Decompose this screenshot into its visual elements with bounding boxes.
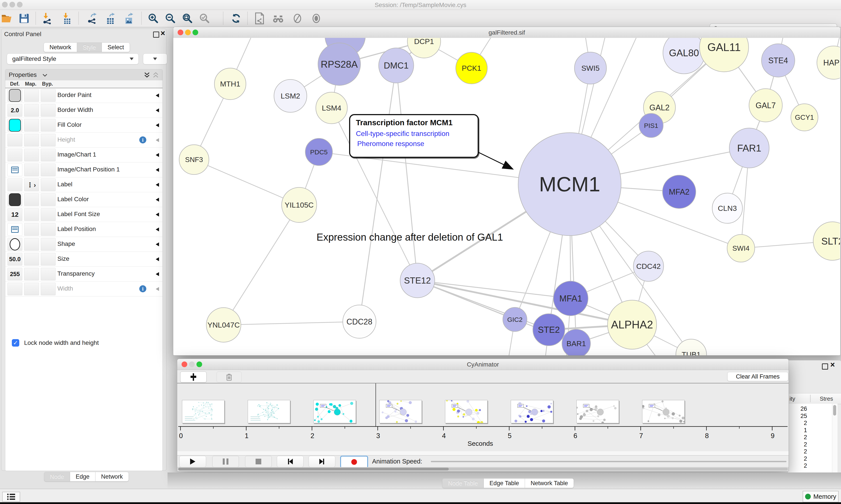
bypass-cell[interactable]: [41, 208, 56, 221]
expand-row-arrow-icon[interactable]: [156, 213, 159, 217]
expand-row-arrow-icon[interactable]: [156, 242, 159, 246]
show-details-eye-icon[interactable]: [310, 12, 322, 24]
tab-style[interactable]: Style: [77, 42, 102, 52]
annotation-link[interactable]: Pheromone response: [357, 140, 424, 148]
save-session-button[interactable]: [18, 12, 30, 24]
tab-network[interactable]: Network: [43, 42, 77, 52]
annotation-link[interactable]: Cell-type-specific transcription: [356, 130, 449, 138]
property-row-image-chart-1[interactable]: Image/Chart 1: [5, 147, 162, 162]
timeline-scrollbar-thumb[interactable]: [178, 468, 449, 470]
property-row-fill-color[interactable]: Fill Color: [5, 118, 162, 133]
network-node-rps28a[interactable]: RPS28A: [318, 43, 360, 85]
property-row-label[interactable]: ⋮›Label: [5, 177, 162, 192]
open-session-button[interactable]: [1, 12, 13, 24]
frame-thumbnail-3[interactable]: [379, 400, 422, 423]
network-node-mth1[interactable]: MTH1: [214, 68, 246, 100]
bypass-cell[interactable]: [41, 283, 56, 295]
mapping-cell[interactable]: [24, 119, 39, 131]
animation-speed-slider[interactable]: [431, 461, 786, 462]
previous-frame-button[interactable]: [277, 456, 304, 467]
stop-button[interactable]: [245, 456, 272, 467]
expand-all-icon[interactable]: [144, 72, 150, 78]
frame-thumbnail-2[interactable]: [314, 400, 356, 423]
network-node-lsm4[interactable]: LSM4: [316, 92, 347, 124]
default-value-cell[interactable]: [7, 149, 22, 161]
table-scrollbar-thumb[interactable]: [833, 405, 836, 416]
checkbox-checked-icon[interactable]: ✓: [12, 339, 19, 346]
network-node-gcy1[interactable]: GCY1: [791, 104, 818, 131]
network-node-pdc5[interactable]: PDC5: [305, 138, 333, 165]
default-value-cell[interactable]: 2.0: [7, 104, 22, 117]
memory-button[interactable]: Memory: [803, 491, 839, 502]
property-row-height[interactable]: Heighti: [5, 132, 162, 147]
default-value-cell[interactable]: 12: [7, 208, 22, 221]
zoom-selected-button[interactable]: [198, 12, 211, 24]
import-table-button[interactable]: [61, 12, 73, 24]
network-node-ste4[interactable]: STE4: [762, 44, 795, 77]
default-value-cell[interactable]: [7, 89, 22, 102]
bypass-cell[interactable]: [41, 223, 56, 236]
frame-thumbnail-6[interactable]: [576, 400, 619, 423]
table-header-row[interactable]: ity Stres: [788, 393, 841, 404]
task-history-button[interactable]: [2, 492, 20, 502]
export-table-button[interactable]: [105, 12, 117, 24]
mapping-cell[interactable]: [24, 223, 39, 236]
lock-node-size-row[interactable]: ✓ Lock node width and height: [9, 339, 162, 346]
expand-row-arrow-icon[interactable]: [156, 153, 159, 157]
mapping-cell[interactable]: [24, 149, 39, 161]
network-node-mfa2[interactable]: MFA2: [662, 175, 696, 209]
properties-header[interactable]: Properties: [5, 69, 162, 80]
bypass-cell[interactable]: [41, 164, 56, 176]
refresh-button[interactable]: [230, 12, 242, 24]
expand-row-arrow-icon[interactable]: [156, 287, 159, 291]
zoom-in-button[interactable]: [147, 12, 159, 24]
mapping-cell[interactable]: [24, 193, 39, 206]
next-frame-button[interactable]: [309, 456, 335, 467]
expand-row-arrow-icon[interactable]: [156, 93, 159, 97]
network-node-mcm1[interactable]: MCM1: [518, 133, 621, 236]
property-row-label-position[interactable]: Label Position: [5, 222, 162, 237]
mapping-cell[interactable]: [24, 268, 39, 281]
info-icon[interactable]: i: [139, 137, 146, 143]
network-node-cdc42[interactable]: CDC42: [633, 251, 664, 281]
expand-row-arrow-icon[interactable]: [156, 138, 159, 142]
binoculars-icon[interactable]: [272, 12, 284, 24]
style-select-combo[interactable]: galFiltered Style: [7, 53, 139, 65]
network-node-yil105c[interactable]: YIL105C: [282, 187, 317, 222]
network-node-slt2[interactable]: SLT2: [813, 222, 840, 260]
property-row-transparency[interactable]: 255Transparency: [5, 267, 162, 282]
network-node-snf3[interactable]: SNF3: [179, 145, 209, 175]
network-node-gal11[interactable]: GAL11: [699, 38, 749, 72]
network-node-hap2[interactable]: HAP2: [817, 46, 840, 79]
mapping-cell[interactable]: [24, 208, 39, 221]
tab-network-table[interactable]: Network Table: [525, 479, 574, 488]
default-value-cell[interactable]: [7, 193, 22, 206]
network-node-ste12[interactable]: STE12: [400, 263, 435, 298]
expand-row-arrow-icon[interactable]: [156, 108, 159, 112]
network-node-ste2[interactable]: STE2: [533, 314, 565, 346]
cyanimator-timeline[interactable]: 0123456789Seconds: [177, 383, 789, 451]
network-node-alpha2[interactable]: ALPHA2: [608, 300, 657, 349]
frame-thumbnail-4[interactable]: [445, 400, 487, 423]
property-row-size[interactable]: 50.0Size: [5, 252, 162, 267]
annotation-callout[interactable]: Transcription factor MCM1 Cell-type-spec…: [349, 114, 479, 158]
bypass-cell[interactable]: [41, 149, 56, 161]
close-panel-icon[interactable]: ×: [161, 30, 165, 36]
tab-edge[interactable]: Edge: [70, 472, 95, 482]
network-node-swi4[interactable]: SWI4: [727, 234, 755, 262]
network-node-pis1[interactable]: PIS1: [639, 113, 663, 138]
network-document-button[interactable]: [253, 12, 266, 24]
default-value-cell[interactable]: [7, 119, 22, 131]
mapping-cell[interactable]: [24, 164, 39, 176]
property-row-width[interactable]: Widthi: [5, 281, 162, 296]
zoom-fit-button[interactable]: [181, 12, 194, 24]
import-network-button[interactable]: [41, 12, 53, 24]
property-row-border-paint[interactable]: Border Paint: [5, 88, 162, 103]
network-canvas[interactable]: DCP1RPS28ADMC1PCK1MTH1LSM2LSM4SNF3PDC5YI…: [173, 38, 840, 355]
network-node-pck1[interactable]: PCK1: [456, 52, 487, 84]
float-panel-icon[interactable]: [822, 363, 828, 370]
default-value-cell[interactable]: 255: [7, 268, 22, 281]
bypass-cell[interactable]: [41, 89, 56, 102]
mapping-cell[interactable]: [24, 89, 39, 102]
frame-thumbnail-5[interactable]: [511, 400, 553, 423]
